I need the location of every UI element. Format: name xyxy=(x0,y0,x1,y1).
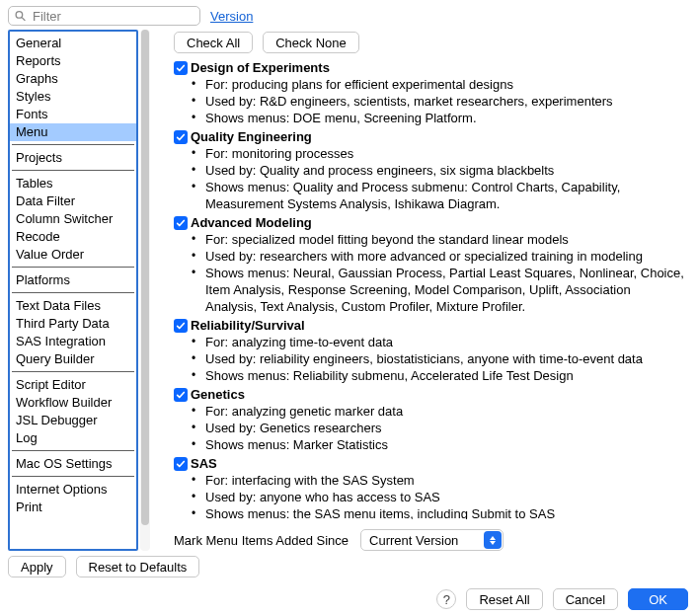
mark-label: Mark Menu Items Added Since xyxy=(174,533,349,548)
sidebar-item-script-editor[interactable]: Script Editor xyxy=(10,376,136,394)
reset-all-button[interactable]: Reset All xyxy=(466,588,542,610)
category-bullet: Shows menus: the SAS menu items, includi… xyxy=(192,505,684,519)
sidebar-item-print[interactable]: Print xyxy=(10,499,136,516)
category-bullet: For: interfacing with the SAS System xyxy=(192,472,684,489)
sidebar-divider xyxy=(12,170,134,171)
sidebar-item-third-party-data[interactable]: Third Party Data xyxy=(10,315,136,333)
category-bullets: For: analyzing time-to-event dataUsed by… xyxy=(168,334,684,384)
sidebar-item-general[interactable]: General xyxy=(10,35,136,52)
category-bullet: For: producing plans for efficient exper… xyxy=(192,76,684,93)
category-header: Quality Engineering xyxy=(168,128,684,144)
category-bullet: Shows menus: Marker Statistics xyxy=(192,436,684,453)
category-bullet: Used by: anyone who has access to SAS xyxy=(192,489,684,505)
category-bullet: Used by: R&D engineers, scientists, mark… xyxy=(192,93,684,110)
sidebar-divider xyxy=(12,450,134,451)
sidebar-divider xyxy=(12,144,134,145)
sidebar-item-tables[interactable]: Tables xyxy=(10,175,136,192)
sidebar-scrollbar[interactable] xyxy=(140,30,150,551)
check-none-button[interactable]: Check None xyxy=(263,32,359,53)
category-bullets: For: interfacing with the SAS SystemUsed… xyxy=(168,472,684,519)
sidebar-item-workflow-builder[interactable]: Workflow Builder xyxy=(10,394,136,412)
sidebar-item-jsl-debugger[interactable]: JSL Debugger xyxy=(10,412,136,429)
category-checkbox[interactable] xyxy=(174,216,188,230)
sidebar-item-projects[interactable]: Projects xyxy=(10,149,136,167)
category: Design of ExperimentsFor: producing plan… xyxy=(168,59,684,126)
sidebar-divider xyxy=(12,371,134,372)
ok-button[interactable]: OK xyxy=(628,588,688,610)
category-bullets: For: producing plans for efficient exper… xyxy=(168,76,684,126)
sidebar-item-internet-options[interactable]: Internet Options xyxy=(10,481,136,499)
sidebar-item-fonts[interactable]: Fonts xyxy=(10,106,136,123)
mark-version-value: Current Version xyxy=(369,533,458,548)
category-bullet: For: specialized model fitting beyond th… xyxy=(192,231,684,248)
sidebar-item-value-order[interactable]: Value Order xyxy=(10,246,136,264)
category-checkbox[interactable] xyxy=(174,388,188,402)
svg-line-1 xyxy=(22,18,25,21)
sidebar-item-text-data-files[interactable]: Text Data Files xyxy=(10,297,136,315)
category-bullet: Shows menus: Neural, Gaussian Process, P… xyxy=(192,265,684,315)
category-title: Design of Experiments xyxy=(191,60,330,75)
category-header: Reliability/Survival xyxy=(168,317,684,333)
category-bullet: Used by: reliability engineers, biostati… xyxy=(192,350,684,367)
search-input-wrap xyxy=(8,6,200,26)
search-input[interactable] xyxy=(8,6,200,26)
category-title: Advanced Modeling xyxy=(191,215,312,230)
sidebar-item-data-filter[interactable]: Data Filter xyxy=(10,192,136,210)
sidebar-item-mac-os-settings[interactable]: Mac OS Settings xyxy=(10,455,136,473)
sidebar[interactable]: GeneralReportsGraphsStylesFontsMenuProje… xyxy=(8,30,138,551)
category-checkbox[interactable] xyxy=(174,61,188,75)
category-bullet: Used by: Genetics researchers xyxy=(192,420,684,436)
category: GeneticsFor: analyzing genetic marker da… xyxy=(168,386,684,453)
sidebar-item-graphs[interactable]: Graphs xyxy=(10,70,136,88)
category: SASFor: interfacing with the SAS SystemU… xyxy=(168,455,684,519)
category: Advanced ModelingFor: specialized model … xyxy=(168,214,684,315)
sidebar-divider xyxy=(12,292,134,293)
sidebar-divider xyxy=(12,267,134,268)
category-bullet: Shows menus: Reliability submenu, Accele… xyxy=(192,367,684,384)
categories-pane: Design of ExperimentsFor: producing plan… xyxy=(168,59,690,519)
version-link[interactable]: Version xyxy=(210,9,253,24)
check-all-button[interactable]: Check All xyxy=(174,32,253,53)
sidebar-scrollbar-thumb[interactable] xyxy=(141,30,149,525)
category-title: Reliability/Survival xyxy=(191,318,305,333)
category: Quality EngineeringFor: monitoring proce… xyxy=(168,128,684,212)
category-bullet: For: analyzing genetic marker data xyxy=(192,403,684,420)
category-title: Genetics xyxy=(191,387,245,402)
sidebar-item-reports[interactable]: Reports xyxy=(10,52,136,70)
mark-version-select[interactable]: Current Version xyxy=(360,529,504,551)
category-bullets: For: analyzing genetic marker dataUsed b… xyxy=(168,403,684,453)
cancel-button[interactable]: Cancel xyxy=(553,588,618,610)
apply-button[interactable]: Apply xyxy=(8,556,66,578)
category-checkbox[interactable] xyxy=(174,319,188,333)
category-checkbox[interactable] xyxy=(174,457,188,471)
reset-to-defaults-button[interactable]: Reset to Defaults xyxy=(76,556,200,578)
category-bullet: Used by: Quality and process engineers, … xyxy=(192,162,684,179)
category-bullet: For: analyzing time-to-event data xyxy=(192,334,684,350)
sidebar-item-query-builder[interactable]: Query Builder xyxy=(10,350,136,368)
category-bullets: For: monitoring processesUsed by: Qualit… xyxy=(168,145,684,212)
sidebar-item-styles[interactable]: Styles xyxy=(10,88,136,106)
svg-point-0 xyxy=(16,12,23,19)
sidebar-item-menu[interactable]: Menu xyxy=(10,123,136,141)
category-header: Genetics xyxy=(168,386,684,402)
sidebar-item-log[interactable]: Log xyxy=(10,429,136,447)
category-bullets: For: specialized model fitting beyond th… xyxy=(168,231,684,315)
sidebar-item-column-switcher[interactable]: Column Switcher xyxy=(10,210,136,228)
category-title: SAS xyxy=(191,456,217,471)
sidebar-item-sas-integration[interactable]: SAS Integration xyxy=(10,333,136,350)
sidebar-item-platforms[interactable]: Platforms xyxy=(10,271,136,289)
category-header: Advanced Modeling xyxy=(168,214,684,230)
sidebar-item-recode[interactable]: Recode xyxy=(10,228,136,246)
category-header: SAS xyxy=(168,455,684,471)
category-title: Quality Engineering xyxy=(191,129,312,144)
select-stepper-icon xyxy=(484,531,502,549)
category-bullet: Shows menus: DOE menu, Screening Platfor… xyxy=(192,110,684,126)
category-checkbox[interactable] xyxy=(174,130,188,144)
sidebar-divider xyxy=(12,476,134,477)
help-button[interactable]: ? xyxy=(436,589,456,609)
search-icon xyxy=(14,10,27,23)
category: Reliability/SurvivalFor: analyzing time-… xyxy=(168,317,684,384)
category-bullet: For: monitoring processes xyxy=(192,145,684,162)
category-bullet: Shows menus: Quality and Process submenu… xyxy=(192,179,684,212)
category-header: Design of Experiments xyxy=(168,59,684,75)
